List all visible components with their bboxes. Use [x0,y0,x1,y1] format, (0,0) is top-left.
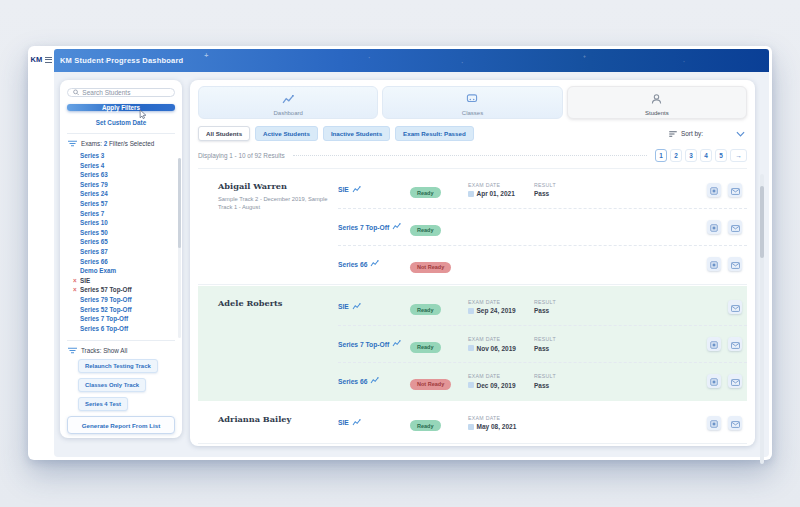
exams-filter-label: Exams: 2 Filter/s Selected [81,140,154,147]
student-row: Adrianna BaileySIEReadyEXAM DATEMay 08, … [198,402,747,444]
exam-name-link[interactable]: SIE [338,303,410,311]
exam-filter-item[interactable]: Series 65 [80,237,175,247]
exam-name-link[interactable]: Series 7 Top-Off [338,223,410,231]
trend-icon [370,377,379,385]
trend-icon [392,223,401,231]
set-custom-date-link[interactable]: Set Custom Date [67,119,175,126]
mail-button[interactable] [728,374,742,388]
trend-icon [392,340,401,348]
sidebar-scrollbar-thumb[interactable] [178,158,181,248]
sort-by-control[interactable]: Sort by: [669,130,703,137]
mail-button[interactable] [728,416,742,430]
mail-button[interactable] [728,300,742,314]
calendar-button[interactable] [707,416,721,430]
filter-chip[interactable]: All Students [198,126,250,141]
exam-filter-item[interactable]: Series 4 [80,161,175,171]
filter-chip[interactable]: Inactive Students [323,126,390,141]
exam-filter-item[interactable]: Series 87 [80,247,175,257]
status-cell: Ready [410,335,468,353]
page-button[interactable]: 5 [715,149,727,162]
mail-button[interactable] [728,337,742,351]
exam-filter-item[interactable]: Series 7 Top-Off [80,314,175,324]
exam-filter-item[interactable]: Demo Exam [80,266,175,276]
exams-filter-header[interactable]: Exams: 2 Filter/s Selected [67,140,175,147]
exam-filter-label: Series 79 Top-Off [80,296,132,303]
status-cell: Ready [410,298,468,316]
exam-filter-item[interactable]: ×Series 57 Top-Off [80,285,175,295]
result-cell: RESULTPass [534,299,586,315]
tracks-filter-header[interactable]: Tracks: Show All [67,347,175,354]
result-cell: RESULTPass [534,182,586,198]
exam-name-link[interactable]: Series 7 Top-Off [338,340,410,348]
main-panel: DashboardClassesStudents All StudentsAct… [190,80,755,446]
exam-filter-item[interactable]: Series 66 [80,257,175,267]
exam-filter-label: Series 57 [80,200,108,207]
track-filter-button[interactable]: Relaunch Testing Track [78,359,158,373]
exam-name-link[interactable]: Series 66 [338,260,410,268]
mail-button[interactable] [728,220,742,234]
calendar-button[interactable] [707,374,721,388]
search-box[interactable] [67,88,175,97]
exam-filter-item[interactable]: Series 24 [80,189,175,199]
exam-filter-item[interactable]: Series 79 [80,180,175,190]
next-page-button[interactable]: → [730,149,747,162]
exam-name-link[interactable]: SIE [338,186,410,194]
filter-chips: All StudentsActive StudentsInactive Stud… [198,126,474,141]
apply-filters-button[interactable]: Apply Filters [67,104,175,111]
filter-chip[interactable]: Active Students [255,126,318,141]
search-icon [73,89,79,96]
calendar-button[interactable] [707,337,721,351]
hamburger-menu-icon[interactable] [45,57,52,64]
tab-students[interactable]: Students [567,86,747,119]
exam-filter-label: Series 79 [80,181,108,188]
result-cell: RESULTPass [534,373,586,389]
calendar-button[interactable] [707,257,721,271]
exam-name-link[interactable]: SIE [338,419,410,427]
page-button[interactable]: 2 [670,149,682,162]
sparkle-icon: • [369,55,370,60]
exam-filter-item[interactable]: Series 79 Top-Off [80,295,175,305]
app-logo: KM [30,55,42,64]
exam-filter-item[interactable]: ×SIE [80,276,175,286]
mail-button[interactable] [728,183,742,197]
mail-icon [731,218,740,236]
exam-filter-item[interactable]: Series 3 [80,151,175,161]
tab-bar: DashboardClassesStudents [198,86,747,119]
result-cell: RESULTPass [534,336,586,352]
student-name: Abigail Warren [218,181,332,191]
filter-chip[interactable]: Exam Result: Passed [395,126,474,141]
generate-report-button[interactable]: Generate Report From List [67,416,175,434]
list-scrollbar[interactable] [760,174,764,464]
exam-filter-item[interactable]: Series 7 [80,209,175,219]
page-button[interactable]: 1 [655,149,667,162]
exam-filter-item[interactable]: Series 52 Top-Off [80,305,175,315]
exam-filter-item[interactable]: Series 10 [80,218,175,228]
sidebar-scrollbar[interactable] [178,158,181,338]
calendar-icon [710,181,718,199]
track-filter-button[interactable]: Classes Only Track [78,378,146,392]
exam-filter-item[interactable]: Series 50 [80,228,175,238]
calendar-glyph-icon [468,424,474,430]
remove-filter-icon[interactable]: × [73,276,77,286]
search-input[interactable] [82,89,169,96]
exam-filter-label: Series 10 [80,219,108,226]
tab-dashboard[interactable]: Dashboard [198,86,378,119]
student-exams: SIEReadyEXAM DATESep 24, 2019RESULTPassS… [338,288,747,399]
exam-filter-item[interactable]: Series 6 Top-Off [80,324,175,334]
sort-by-label: Sort by: [681,130,703,137]
remove-filter-icon[interactable]: × [73,285,77,295]
calendar-button[interactable] [707,220,721,234]
exam-filter-item[interactable]: Series 63 [80,170,175,180]
page-button[interactable]: 3 [685,149,697,162]
exam-name-link[interactable]: Series 66 [338,377,410,385]
mail-button[interactable] [728,257,742,271]
exam-name-label: Series 66 [338,261,367,268]
result-label: RESULT [534,299,586,305]
list-scrollbar-thumb[interactable] [760,186,764,258]
chevron-down-icon[interactable] [736,131,745,137]
tab-classes[interactable]: Classes [382,86,562,119]
page-button[interactable]: 4 [700,149,712,162]
calendar-button[interactable] [707,183,721,197]
exam-filter-item[interactable]: Series 57 [80,199,175,209]
track-filter-button[interactable]: Series 4 Test [78,397,128,411]
